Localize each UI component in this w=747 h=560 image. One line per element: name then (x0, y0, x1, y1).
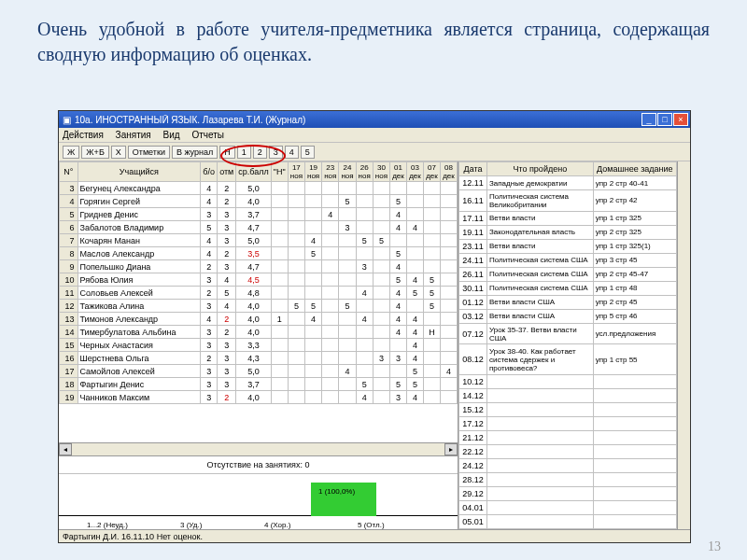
tb-marks[interactable]: Отметки (128, 146, 170, 159)
close-button[interactable]: × (673, 113, 688, 126)
table-row[interactable]: 10.12 (459, 374, 677, 388)
minimize-button[interactable]: _ (641, 113, 656, 126)
table-row[interactable]: 30.11Политическая система СШАупр 1 стр 4… (459, 281, 677, 295)
table-row[interactable]: 9Попельшко Диана234,734 (60, 260, 458, 273)
table-row[interactable]: 05.01 (459, 514, 677, 528)
chart-cat-3: 4 (Хор.) (264, 521, 290, 529)
table-row[interactable]: 04.01 (459, 500, 677, 514)
table-row[interactable]: 24.12 (459, 458, 677, 472)
table-row[interactable]: 28.12 (459, 472, 677, 486)
tb-bold[interactable]: Ж (63, 146, 79, 159)
scroll-right-icon[interactable]: ▸ (444, 443, 458, 455)
titlebar[interactable]: ▣ 10а. ИНОСТРАННЫЙ ЯЗЫК. Лазарева Т.И. (… (59, 111, 690, 128)
v-scrollbar[interactable] (677, 161, 690, 529)
slide-title: Очень удобной в работе учителя-предметни… (0, 0, 747, 77)
table-row[interactable]: 4Горягин Сергей424,055 (60, 195, 458, 208)
menu-view[interactable]: Вид (163, 130, 180, 140)
tb-3[interactable]: 3 (269, 146, 283, 159)
table-row[interactable]: 14Тимербулатова Альбина324,044Н (60, 326, 458, 339)
table-row[interactable]: 21.12 (459, 430, 677, 444)
statusbar: Фартыгин Д.И. 16.11.10 Нет оценок. (59, 529, 690, 542)
table-row[interactable]: 29.12 (459, 486, 677, 500)
chart-cat-2: 3 (Уд.) (180, 521, 202, 529)
scroll-left-icon[interactable]: ◂ (59, 443, 72, 455)
menu-reports[interactable]: Отчеты (191, 130, 224, 140)
students-pane: N°Учащийсяб/оотмср.балл"Н"17ноя19ноя23но… (59, 161, 458, 529)
students-grid[interactable]: N°Учащийсяб/оотмср.балл"Н"17ноя19ноя23но… (59, 161, 458, 442)
table-row[interactable]: 01.12Ветви власти СШАупр 2 стр 45 (459, 295, 677, 309)
table-row[interactable]: 5Гриднев Денис333,744 (60, 208, 458, 221)
table-row[interactable]: 15Черных Анастасия333,34 (60, 339, 458, 352)
chart-bar-label: 1 (100,0%) (318, 487, 355, 496)
page-number: 13 (708, 539, 721, 554)
table-row[interactable]: 16.11Политическая система Великобритании… (459, 190, 677, 212)
table-row[interactable]: 12.11Западные демократииупр 2 стр 40-41 (459, 176, 677, 190)
tb-to-journal[interactable]: В журнал (172, 146, 218, 159)
table-row[interactable]: 24.11Политическая система СШАупр 3 стр 4… (459, 253, 677, 267)
table-row[interactable]: 14.12 (459, 388, 677, 402)
absence-summary: Отсутствие на занятиях: 0 (59, 455, 458, 473)
tb-1[interactable]: 1 (237, 146, 251, 159)
table-row[interactable]: 17Самойлов Алексей335,0454 (60, 365, 458, 378)
lessons-pane: ДатаЧто пройденоДомашнее задание12.11Зап… (458, 161, 690, 529)
table-row[interactable]: 07.12Урок 35-37. Ветви власти СШАусл.пре… (459, 323, 677, 344)
tb-n[interactable]: Н (219, 146, 235, 159)
tb-2[interactable]: 2 (253, 146, 267, 159)
table-row[interactable]: 10Рябова Юлия344,5545 (60, 273, 458, 287)
table-row[interactable]: 13Тимонов Александр424,014444 (60, 313, 458, 326)
menubar[interactable]: Действия Занятия Вид Отчеты (59, 128, 690, 143)
toolbar: Ж Ж+Б X Отметки В журнал Н 1 2 3 4 5 (59, 143, 690, 161)
table-row[interactable]: 19Чанников Максим324,0434 (60, 391, 458, 404)
table-row[interactable]: 17.11Ветви властиупр 1 стр 325 (459, 211, 677, 225)
h-scrollbar[interactable]: ◂ ▸ (59, 442, 458, 455)
table-row[interactable]: 15.12 (459, 402, 677, 416)
table-row[interactable]: 8Маслов Александр423,555 (60, 247, 458, 260)
table-row[interactable]: 26.11Политическая система СШАупр 2 стр 4… (459, 267, 677, 281)
table-row[interactable]: 6Забалотов Владимир534,7344 (60, 221, 458, 234)
tb-4[interactable]: 4 (285, 146, 299, 159)
grade-chart: 1 (100,0%) 1...2 (Неуд.) 3 (Уд.) 4 (Хор.… (59, 473, 458, 529)
table-row[interactable]: 3Бегунец Александра425,0 (60, 182, 458, 195)
window-title: 10а. ИНОСТРАННЫЙ ЯЗЫК. Лазарева Т.И. (Жу… (75, 115, 641, 125)
table-row[interactable]: 17.12 (459, 416, 677, 430)
table-row[interactable]: 23.11Ветви властиупр 1 стр 325(1) (459, 239, 677, 253)
table-row[interactable]: 16Шерстнева Ольга234,3334 (60, 352, 458, 365)
table-row[interactable]: 11Соловьев Алексей254,84455 (60, 287, 458, 300)
table-row[interactable]: 22.12 (459, 444, 677, 458)
table-row[interactable]: 12Тажикова Алина344,055545 (60, 300, 458, 313)
table-row[interactable]: 19.11Законодательная властьупр 2 стр 325 (459, 225, 677, 239)
app-icon: ▣ (63, 115, 71, 125)
tb-bold-b[interactable]: Ж+Б (81, 146, 108, 159)
lessons-grid[interactable]: ДатаЧто пройденоДомашнее задание12.11Зап… (458, 161, 690, 529)
table-row[interactable]: 18Фартыгин Денис333,7555 (60, 378, 458, 391)
maximize-button[interactable]: □ (657, 113, 672, 126)
table-row[interactable]: 08.12Урок 38-40. Как работает система сд… (459, 344, 677, 374)
table-row[interactable]: 03.12Ветви власти СШАупр 5 стр 46 (459, 309, 677, 323)
table-row[interactable]: 7Кочарян Манан435,0455 (60, 234, 458, 247)
menu-lessons[interactable]: Занятия (116, 130, 151, 140)
chart-cat-1: 1...2 (Неуд.) (87, 521, 128, 529)
tb-5[interactable]: 5 (301, 146, 315, 159)
app-window: ▣ 10а. ИНОСТРАННЫЙ ЯЗЫК. Лазарева Т.И. (… (58, 110, 691, 543)
menu-actions[interactable]: Действия (63, 130, 104, 140)
tb-x[interactable]: X (111, 146, 126, 159)
chart-cat-4: 5 (Отл.) (358, 521, 385, 529)
